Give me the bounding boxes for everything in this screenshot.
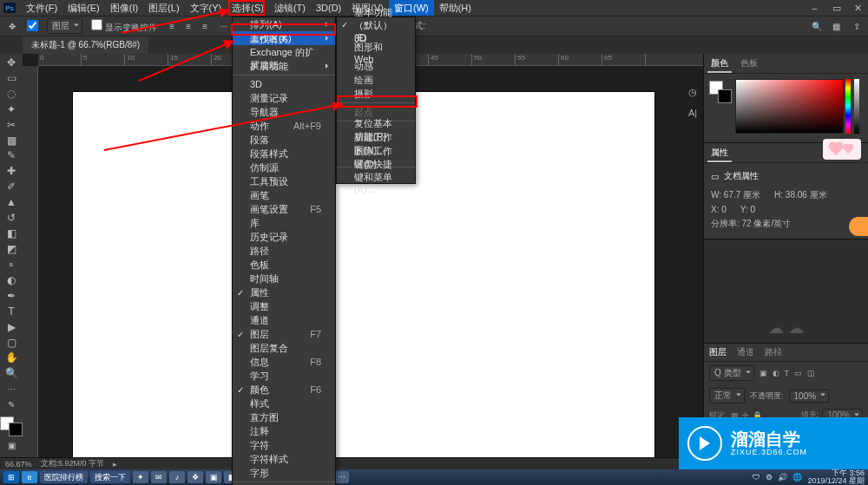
filter-shape-icon[interactable]: ▭ [794,369,802,377]
menu-item[interactable]: 直方图 [233,410,335,424]
menu-select[interactable]: 选择(S) [227,0,269,16]
wand-tool-icon[interactable]: ✦ [2,102,21,116]
auto-select-check[interactable] [27,20,38,31]
opacity-field[interactable]: 100% [789,390,830,403]
bg-color[interactable] [9,423,23,436]
menu-item[interactable]: 工具预设 [233,174,335,188]
move-tool-icon[interactable]: ✥ [2,56,21,69]
type-tool-icon[interactable]: T [2,305,21,318]
winctl-close-icon[interactable]: ✕ [852,2,865,15]
menu-help[interactable]: 帮助(H) [434,0,477,16]
ie-icon[interactable]: e [22,471,37,483]
submenu-item[interactable]: 摄影 [337,87,415,101]
align-icon[interactable]: ≡ [182,20,195,33]
taskbar-icon[interactable]: ▣ [206,471,221,483]
submenu-item[interactable]: 绘画 [337,73,415,87]
zoom-tool-icon[interactable]: 🔍 [2,366,21,380]
crop-tool-icon[interactable]: ✂ [2,118,21,132]
doc-tab[interactable]: 未标题-1 @ 66.7%(RGB/8#) [23,36,148,54]
zoom-level[interactable]: 66.67% [5,460,32,469]
menu-item[interactable]: 画笔设置F5 [233,202,335,216]
bright-slider[interactable] [854,79,859,134]
menu-item[interactable]: 颜色F6 [233,383,335,397]
share-icon[interactable]: ⇪ [850,20,863,33]
tray-icon[interactable]: 🛡 [753,473,760,482]
menu-item[interactable]: 3D [233,77,335,91]
menu-item[interactable]: 调整 [233,299,335,313]
bg-swatch[interactable] [718,89,732,103]
path-select-icon[interactable]: ▶ [2,320,21,334]
menu-item[interactable]: 属性 [233,285,335,299]
dodge-tool-icon[interactable]: ◐ [2,273,21,287]
menu-type[interactable]: 文字(Y) [185,0,227,16]
menu-item[interactable]: 查找有关 Exchange 的扩展功能... [233,45,335,59]
history-brush-icon[interactable]: ↺ [2,211,21,225]
menu-3d[interactable]: 3D(D) [311,0,346,16]
menu-item[interactable]: 排列(A) [233,17,335,31]
align-icon[interactable]: ≡ [199,20,212,33]
menu-layer[interactable]: 图层(L) [143,0,184,16]
menu-file[interactable]: 文件(F) [21,0,62,16]
eraser-tool-icon[interactable]: ◧ [2,226,21,240]
lasso-tool-icon[interactable]: ◌ [2,87,21,101]
menu-item[interactable]: 导航器 [233,105,335,119]
menu-item[interactable]: 字符样式 [233,452,335,466]
winctl-restore-icon[interactable]: ▭ [830,2,843,15]
orange-floating-button[interactable] [849,217,868,236]
layer-kind-dd[interactable]: Q 类型 [709,365,754,381]
stamp-tool-icon[interactable]: ▲ [2,195,21,209]
submenu-item[interactable]: 图形和 Web [337,45,415,59]
menu-item[interactable]: 图层复合 [233,341,335,355]
align-icon[interactable]: ≡ [166,20,179,33]
workspace-switcher-icon[interactable]: ▦ [830,20,843,33]
tray-icon[interactable]: ⚙ [766,473,773,482]
menu-item[interactable]: 字形 [233,466,335,480]
menu-item[interactable]: 信息F8 [233,355,335,369]
gradient-tool-icon[interactable]: ◩ [2,242,21,256]
filter-smart-icon[interactable]: ◫ [807,369,815,377]
menu-item[interactable]: 段落 [233,133,335,147]
healing-tool-icon[interactable]: ✚ [2,164,21,178]
more-tools-icon[interactable]: ⋯ [2,382,21,396]
submenu-item[interactable]: 动感 [337,59,415,73]
menu-item[interactable]: 段落样式 [233,147,335,161]
color-swatches[interactable] [709,81,732,103]
menu-item[interactable]: 注释 [233,424,335,438]
color-tab[interactable]: 颜色 [707,56,732,73]
menu-item[interactable]: 色板 [233,258,335,272]
search-icon[interactable]: 🔍 [810,20,823,33]
menu-item[interactable]: 扩展功能 [233,59,335,73]
pen-tool-icon[interactable]: ✒ [2,289,21,303]
properties-tab[interactable]: 属性 [707,145,732,162]
winctl-min-icon[interactable]: – [808,2,821,15]
hand-tool-icon[interactable]: ✋ [2,351,21,365]
menu-item[interactable]: 仿制源 [233,161,335,174]
taskbar-icon[interactable]: ✦ [133,471,148,483]
blend-mode-dd[interactable]: 正常 [709,388,745,403]
menu-item[interactable]: 字符 [233,438,335,452]
menu-item[interactable]: 通道 [233,313,335,327]
swatches-tab[interactable]: 色板 [737,56,761,73]
marquee-tool-icon[interactable]: ▭ [2,71,21,85]
edit-toolbar-icon[interactable]: ✎ [2,397,21,411]
filter-adj-icon[interactable]: ◐ [773,369,779,377]
tray-icon[interactable]: 🔊 [778,473,787,482]
taskbar-icon[interactable]: ♪ [169,471,185,483]
menu-item[interactable]: 库 [233,216,335,230]
fg-bg-swatches[interactable] [0,416,23,436]
eyedropper-tool-icon[interactable]: ✎ [2,149,21,163]
taskbar-app-2[interactable]: 搜索一下 [90,471,130,483]
menu-item[interactable]: 测量记录 [233,91,335,105]
taskbar-icon[interactable]: ✉ [151,471,167,483]
menu-item[interactable]: 路径 [233,244,335,258]
tray-icon[interactable]: 🌐 [792,473,802,482]
paths-tab[interactable]: 路径 [760,344,787,361]
menu-item[interactable]: 图层F7 [233,327,335,341]
shape-tool-icon[interactable]: ▢ [2,336,21,350]
submenu-item[interactable]: 键盘快捷键和菜单(K)... [337,169,415,183]
menu-item[interactable]: 学习 [233,369,335,383]
blur-tool-icon[interactable]: ∘ [2,258,21,272]
menu-filter[interactable]: 滤镜(T) [269,0,311,16]
menu-item[interactable]: 动作Alt+F9 [233,119,335,133]
doc-info[interactable]: 文档:5.92M/0 字节 [41,458,105,469]
